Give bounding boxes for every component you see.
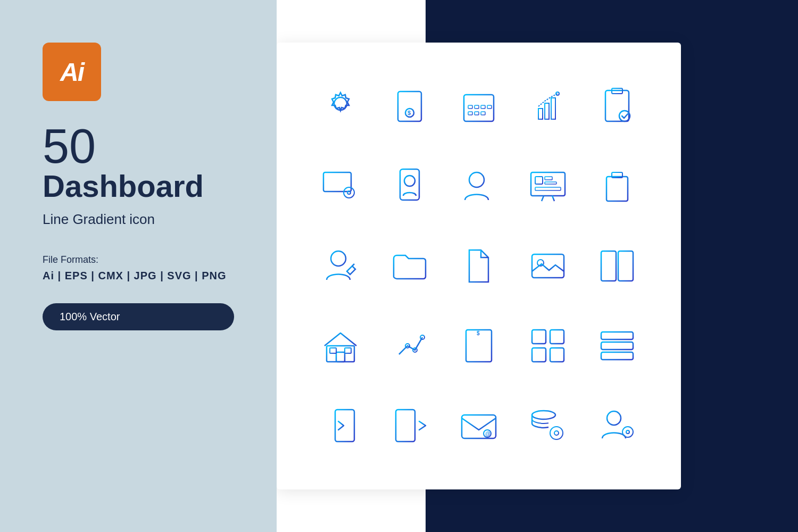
svg-rect-29 xyxy=(323,172,351,192)
svg-point-117 xyxy=(622,427,633,437)
add-user-icon xyxy=(447,149,511,223)
file-formats: File Formats: Ai | EPS | CMX | JPG | SVG… xyxy=(43,254,234,282)
calendar-icon xyxy=(447,69,511,144)
svg-point-110 xyxy=(550,427,563,439)
ai-logo-text: Ai xyxy=(60,57,84,87)
list-view-icon xyxy=(585,309,649,383)
checklist-icon xyxy=(585,69,649,144)
svg-rect-64 xyxy=(532,254,564,278)
document-icon xyxy=(447,229,511,303)
svg-rect-16 xyxy=(481,112,485,115)
subtitle: Line Gradient icon xyxy=(43,211,234,228)
svg-point-111 xyxy=(554,431,559,435)
svg-rect-11 xyxy=(475,105,479,109)
svg-rect-50 xyxy=(535,187,561,190)
svg-rect-66 xyxy=(601,251,616,281)
svg-rect-89 xyxy=(532,330,546,344)
svg-rect-15 xyxy=(475,112,479,115)
svg-line-52 xyxy=(552,196,554,201)
svg-point-109 xyxy=(532,411,555,419)
svg-rect-14 xyxy=(468,112,472,115)
user-settings-icon xyxy=(309,69,372,144)
file-formats-list: Ai | EPS | CMX | JPG | SVG | PNG xyxy=(43,270,234,282)
email-at-icon: @ xyxy=(447,388,511,463)
svg-point-32 xyxy=(344,187,354,198)
svg-rect-48 xyxy=(545,177,552,180)
svg-rect-12 xyxy=(481,105,485,109)
svg-text:@: @ xyxy=(485,431,491,437)
database-settings-icon xyxy=(516,388,580,463)
page-title: Dashboard xyxy=(43,170,234,203)
svg-point-118 xyxy=(626,430,629,434)
icon-grid-panel: $ xyxy=(277,43,681,489)
svg-point-59 xyxy=(331,251,346,266)
svg-rect-75 xyxy=(345,348,351,353)
svg-line-60 xyxy=(352,264,354,266)
grid-layout-icon xyxy=(516,309,580,383)
svg-rect-90 xyxy=(550,330,564,344)
logout-icon xyxy=(378,388,442,463)
document-dollar-icon: $ xyxy=(378,69,442,144)
trash-icon xyxy=(585,149,649,223)
svg-rect-19 xyxy=(538,109,543,119)
svg-point-39 xyxy=(404,176,415,186)
svg-point-41 xyxy=(469,172,484,187)
svg-text:$: $ xyxy=(408,110,411,116)
svg-rect-20 xyxy=(545,103,549,119)
book-icon xyxy=(585,229,649,303)
svg-point-33 xyxy=(347,191,351,194)
svg-rect-47 xyxy=(535,177,543,184)
image-gallery-icon xyxy=(516,229,580,303)
monitor-settings-icon xyxy=(309,149,372,223)
svg-rect-49 xyxy=(545,182,556,184)
login-icon xyxy=(309,388,372,463)
svg-rect-10 xyxy=(468,105,472,109)
presentation-icon xyxy=(516,149,580,223)
count-number: 50 xyxy=(43,122,234,170)
ai-logo: Ai xyxy=(43,43,101,101)
user-edit-icon xyxy=(309,229,372,303)
open-folder-icon xyxy=(378,229,442,303)
left-panel: Ai 50 Dashboard Line Gradient icon File … xyxy=(0,0,277,532)
svg-rect-13 xyxy=(487,105,492,109)
icon-grid: $ xyxy=(287,48,670,484)
svg-rect-91 xyxy=(532,348,546,362)
svg-rect-73 xyxy=(336,352,345,362)
svg-point-116 xyxy=(607,411,621,425)
house-icon xyxy=(309,309,372,383)
invoice-icon: $ xyxy=(447,309,511,383)
file-formats-label: File Formats: xyxy=(43,254,234,265)
svg-text:$: $ xyxy=(477,330,480,336)
svg-rect-67 xyxy=(618,251,633,281)
svg-line-51 xyxy=(542,196,544,201)
vector-badge: 100% Vector xyxy=(43,303,234,330)
user-config-icon xyxy=(585,388,649,463)
svg-point-22 xyxy=(556,92,559,95)
svg-rect-92 xyxy=(550,348,564,362)
growth-chart-icon xyxy=(378,309,442,383)
mobile-user-icon xyxy=(378,149,442,223)
bar-chart-icon xyxy=(516,69,580,144)
svg-rect-74 xyxy=(330,348,336,353)
svg-rect-21 xyxy=(551,98,555,119)
